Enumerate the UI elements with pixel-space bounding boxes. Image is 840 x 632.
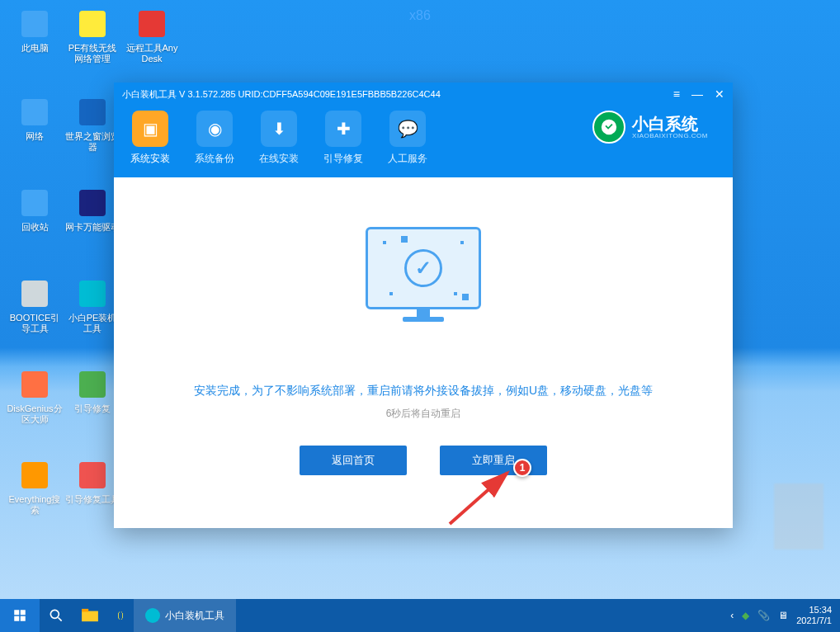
nav-tab[interactable]: ▣系统安装 — [130, 111, 170, 166]
brand-logo-icon — [592, 111, 625, 144]
window-header: 小白装机工具 V 3.1.572.285 URID:CDFF5A594C09E1… — [114, 83, 733, 177]
app-icon — [75, 7, 110, 41]
icon-label: DiskGenius分区大师 — [7, 403, 63, 425]
desktop-icon[interactable]: 引导修复工具 — [64, 458, 120, 505]
app-icon — [75, 367, 110, 402]
app-icon — [75, 95, 110, 130]
svg-rect-12 — [79, 462, 106, 488]
app-icon — [75, 458, 110, 493]
window-title: 小白装机工具 V 3.1.572.285 URID:CDFF5A594C09E1… — [122, 88, 673, 101]
desktop-icon[interactable]: 网络 — [7, 95, 63, 142]
tab-label: 系统安装 — [130, 152, 170, 166]
svg-rect-17 — [82, 609, 88, 612]
back-button[interactable]: 返回首页 — [300, 446, 407, 475]
brand-name: 小白系统 — [632, 115, 708, 133]
svg-rect-3 — [21, 99, 48, 125]
start-button[interactable] — [0, 599, 40, 632]
brand-url: XIAOBAIXITONG.COM — [632, 133, 708, 140]
menu-icon[interactable]: ≡ — [673, 87, 680, 101]
taskbar-app-label: 小白装机工具 — [165, 609, 224, 623]
svg-rect-5 — [21, 190, 48, 216]
desktop-icon[interactable]: 网卡万能驱动 — [64, 186, 120, 233]
taskbar-clock[interactable]: 15:34 2021/7/1 — [796, 605, 832, 626]
app-icon — [75, 186, 110, 220]
tray-shield-icon[interactable]: ◆ — [742, 610, 749, 621]
clock-date: 2021/7/1 — [796, 615, 832, 626]
desktop-icon[interactable]: 世界之窗浏览器 — [64, 95, 120, 153]
tab-label: 人工服务 — [388, 152, 427, 166]
monitor-icon: ✓ — [366, 227, 481, 309]
svg-line-15 — [59, 618, 62, 621]
app-icon — [17, 95, 52, 130]
message-main: 安装完成，为了不影响系统部署，重启前请将外接设备拔掉，例如U盘，移动硬盘，光盘等 — [147, 384, 700, 399]
svg-rect-0 — [21, 11, 48, 37]
close-icon[interactable]: ✕ — [715, 87, 724, 101]
desktop-icon[interactable]: 引导修复 — [64, 367, 120, 414]
taskbar-wifi-icon[interactable]: ⟮⟯ — [107, 599, 134, 632]
app-icon — [17, 458, 52, 493]
success-illustration: ✓ — [357, 227, 489, 342]
minimize-icon[interactable]: — — [691, 87, 703, 101]
icon-label: 网络 — [7, 131, 63, 142]
svg-rect-7 — [21, 281, 48, 307]
tab-label: 在线安装 — [259, 152, 299, 166]
icon-label: PE有线无线网络管理 — [64, 43, 120, 64]
icon-label: BOOTICE引导工具 — [7, 313, 63, 334]
watermark — [774, 483, 823, 549]
annotation-badge: 1 — [513, 459, 531, 477]
app-window: 小白装机工具 V 3.1.572.285 URID:CDFF5A594C09E1… — [114, 83, 733, 528]
svg-rect-11 — [21, 462, 48, 488]
icon-label: 世界之窗浏览器 — [64, 131, 120, 153]
svg-point-14 — [50, 610, 59, 618]
svg-rect-10 — [79, 371, 106, 398]
tray-usb-icon[interactable]: 📎 — [757, 610, 770, 621]
icon-label: 远程工具AnyDesk — [124, 43, 180, 64]
nav-tab[interactable]: ⬇在线安装 — [259, 111, 299, 166]
message-countdown: 6秒后将自动重启 — [147, 407, 700, 421]
tab-icon: ✚ — [325, 111, 361, 147]
taskbar-app-item[interactable]: 小白装机工具 — [134, 599, 236, 632]
desktop-icon[interactable]: 回收站 — [7, 186, 63, 233]
nav-tab[interactable]: ✚引导修复 — [323, 111, 363, 166]
desktop-icon[interactable]: DiskGenius分区大师 — [7, 367, 63, 425]
taskbar-explorer-icon[interactable] — [73, 599, 107, 632]
svg-rect-4 — [79, 99, 106, 125]
desktop-icon[interactable]: Everything搜索 — [7, 458, 63, 516]
window-body: ✓ 安装完成，为了不影响系统部署，重启前请将外接设备拔掉，例如U盘，移动硬盘，光… — [114, 177, 733, 492]
tray-display-icon[interactable]: 🖥 — [778, 610, 788, 621]
svg-rect-6 — [79, 190, 106, 216]
svg-rect-1 — [79, 11, 106, 37]
desktop-icon[interactable]: BOOTICE引导工具 — [7, 276, 63, 334]
tray-chevron-icon[interactable]: ‹ — [730, 610, 734, 621]
icon-label: 小白PE装机工具 — [64, 313, 120, 334]
brand: 小白系统 XIAOBAIXITONG.COM — [592, 111, 716, 144]
app-icon — [134, 7, 169, 41]
icon-label: 网卡万能驱动 — [64, 222, 120, 233]
app-icon — [17, 367, 52, 402]
svg-rect-9 — [21, 371, 48, 398]
taskbar: ⟮⟯ 小白装机工具 ‹ ◆ 📎 🖥 15:34 2021/7/1 — [0, 599, 840, 632]
icon-label: 此电脑 — [7, 43, 63, 54]
arch-label: x86 — [409, 8, 431, 23]
svg-rect-2 — [139, 11, 165, 37]
tab-label: 引导修复 — [323, 152, 363, 166]
tab-icon: 💬 — [389, 111, 426, 147]
desktop-icon[interactable]: 小白PE装机工具 — [64, 276, 120, 334]
svg-rect-8 — [79, 281, 106, 307]
app-icon — [17, 186, 52, 220]
app-icon — [17, 7, 52, 41]
icon-label: 引导修复 — [64, 403, 120, 414]
restart-button[interactable]: 立即重启 — [440, 446, 547, 475]
taskbar-search-icon[interactable] — [40, 599, 73, 632]
desktop-icon[interactable]: PE有线无线网络管理 — [64, 7, 120, 64]
desktop-icon[interactable]: 远程工具AnyDesk — [124, 7, 180, 64]
checkmark-icon: ✓ — [404, 249, 442, 287]
nav-tab[interactable]: 💬人工服务 — [388, 111, 427, 166]
desktop-icon[interactable]: 此电脑 — [7, 7, 63, 54]
app-icon — [17, 276, 52, 311]
tab-label: 系统备份 — [195, 152, 234, 166]
tab-icon: ⬇ — [261, 111, 297, 147]
app-icon — [75, 276, 110, 311]
tab-icon: ▣ — [132, 111, 168, 147]
nav-tab[interactable]: ◉系统备份 — [195, 111, 234, 166]
